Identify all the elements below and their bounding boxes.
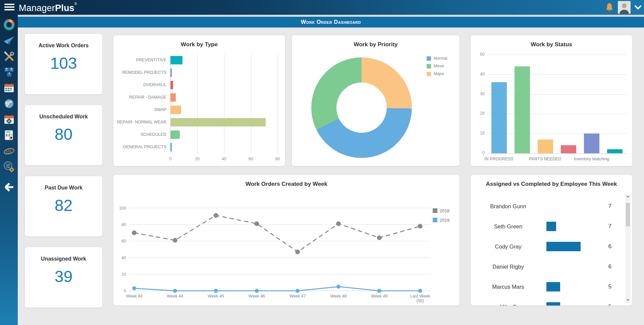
- x-axis-tick-label: 40: [217, 157, 231, 161]
- employee-list-scrollbar[interactable]: [625, 194, 631, 303]
- bar-remodel-projects[interactable]: [170, 68, 172, 77]
- data-point-2019[interactable]: [418, 289, 422, 293]
- bar-scheduled[interactable]: [170, 130, 180, 139]
- data-point-2019[interactable]: [132, 286, 136, 290]
- status-bar[interactable]: [561, 145, 576, 153]
- legend-swatch[interactable]: [433, 218, 437, 222]
- data-point-2018[interactable]: [173, 238, 177, 242]
- topbar: ManagerPlus®: [0, 0, 644, 15]
- sidebar-item-scheduled-maintenance-icon[interactable]: [3, 113, 15, 125]
- data-point-2019[interactable]: [336, 285, 340, 289]
- gridline: [224, 54, 224, 153]
- data-point-2018[interactable]: [295, 250, 300, 254]
- scrollbar-up-arrow-icon[interactable]: [626, 196, 630, 198]
- employee-completed-bar[interactable]: [546, 302, 560, 306]
- sidebar-item-calendar-icon[interactable]: [3, 82, 15, 94]
- status-bar[interactable]: [607, 149, 623, 153]
- page-title: Work Order Dashboard: [301, 19, 361, 25]
- legend-item-minor[interactable]: Minor: [427, 64, 447, 68]
- x-axis-category-label: PARTS NEEDED: [519, 157, 572, 161]
- x-axis-tick-label: 80: [271, 157, 284, 161]
- status-bar[interactable]: [538, 140, 553, 153]
- legend-label: 2019: [440, 218, 449, 223]
- x-axis-tick-label: Week 49: [371, 294, 387, 299]
- scrollbar-down-arrow-icon[interactable]: [626, 299, 630, 301]
- employee-completed-bar[interactable]: [546, 242, 581, 251]
- bar-swap[interactable]: [170, 106, 181, 114]
- bar-overhaul[interactable]: [170, 81, 173, 89]
- gridline: [487, 114, 626, 114]
- y-axis-tick-label: 80: [121, 222, 126, 227]
- employee-completed-bar[interactable]: [546, 222, 556, 231]
- sidebar-item-requests-paper-plane-icon[interactable]: [3, 35, 15, 47]
- employee-name: Mike B: [475, 297, 541, 306]
- bar-general-projects[interactable]: [170, 143, 172, 151]
- legend-label: Normal: [434, 56, 447, 61]
- employee-value: 7: [595, 216, 611, 236]
- legend-swatch: [427, 64, 431, 68]
- hamburger-menu-icon[interactable]: [4, 4, 14, 11]
- page-title-bar: Work Order Dashboard: [18, 17, 644, 28]
- legend-swatch: [427, 72, 431, 76]
- sidebar-item-settings-sliders-icon[interactable]: [3, 161, 15, 173]
- sidebar-nav: BI: [0, 15, 18, 325]
- data-point-2019[interactable]: [173, 289, 177, 293]
- x-axis-tick-label: 60: [244, 157, 258, 161]
- status-bar[interactable]: [515, 66, 530, 153]
- panel-work-by-type: Work by Type 020406080PREVENTITIVEREMODE…: [113, 35, 285, 166]
- x-axis-category-label: Inventory Matching: [565, 157, 619, 161]
- legend-label: 2018: [440, 208, 449, 213]
- category-label: REPAIR - DAMAGE: [113, 91, 166, 104]
- data-point-2018[interactable]: [377, 235, 382, 240]
- data-point-2019[interactable]: [377, 289, 381, 293]
- sidebar-item-assets-globe-icon[interactable]: [3, 98, 15, 110]
- sidebar-item-work-orders-tools-icon[interactable]: [3, 50, 15, 62]
- legend-label: Major: [434, 71, 444, 76]
- data-point-2019[interactable]: [255, 289, 259, 293]
- scrollbar-thumb[interactable]: [626, 203, 630, 226]
- data-point-2018[interactable]: [254, 221, 259, 226]
- status-bar[interactable]: [491, 82, 507, 153]
- legend-item-normal[interactable]: Normal: [427, 56, 447, 61]
- gridline: [251, 54, 251, 153]
- sidebar-item-reports-document-icon[interactable]: [3, 129, 15, 141]
- notifications-bell-icon[interactable]: [605, 3, 614, 12]
- x-axis-tick-label: Week 45: [208, 294, 224, 299]
- data-point-2018[interactable]: [132, 230, 137, 235]
- legend-swatch[interactable]: [433, 208, 437, 213]
- topbar-actions: [605, 0, 641, 15]
- y-axis-tick-label: 20: [473, 111, 485, 116]
- sidebar-item-dashboard-donut-icon[interactable]: [3, 19, 15, 31]
- bar-repair-damage[interactable]: [170, 93, 176, 102]
- status-bar[interactable]: [584, 133, 599, 153]
- data-point-2018[interactable]: [336, 221, 341, 226]
- panel-work-by-status: Work by Status 01020304050IN PROGRESSPAR…: [470, 35, 633, 166]
- bar-repair-normal-wear[interactable]: [170, 118, 266, 126]
- user-menu-chevron-down-icon[interactable]: [635, 5, 641, 10]
- data-point-2019[interactable]: [296, 289, 300, 293]
- employee-value: 5: [595, 297, 611, 306]
- y-axis-tick-label: 50: [473, 52, 485, 57]
- bar-preventitive[interactable]: [170, 56, 182, 64]
- kpi-card-past-due-work: Past Due Work 82: [24, 176, 103, 237]
- data-point-2018[interactable]: [214, 213, 218, 218]
- chart-title: Work Orders Created by Week: [113, 181, 460, 187]
- data-point-2019[interactable]: [214, 289, 218, 293]
- sidebar-item-business-intelligence-icon[interactable]: BI: [3, 145, 15, 157]
- donut-chart[interactable]: [311, 57, 412, 158]
- x-axis-tick-label: Last Week(50): [410, 294, 430, 303]
- app-window: ManagerPlus®: [0, 0, 644, 325]
- employee-completed-bar[interactable]: [546, 282, 560, 291]
- sidebar-collapse-arrow-icon[interactable]: [3, 181, 15, 193]
- kpi-label: Unscheduled Work: [25, 114, 102, 120]
- gridline: [487, 55, 626, 55]
- data-point-2018[interactable]: [418, 224, 423, 228]
- user-avatar[interactable]: [618, 1, 631, 14]
- sidebar-item-inventory-boxes-icon[interactable]: [3, 66, 15, 78]
- y-axis-tick-label: 0: [124, 289, 126, 293]
- panel-work-orders-by-week: Work Orders Created by Week 020406080100…: [113, 174, 460, 306]
- y-axis-tick-label: 40: [473, 72, 485, 76]
- legend-item-major[interactable]: Major: [427, 71, 447, 76]
- gridline: [487, 153, 626, 154]
- employee-value: 7: [595, 196, 611, 216]
